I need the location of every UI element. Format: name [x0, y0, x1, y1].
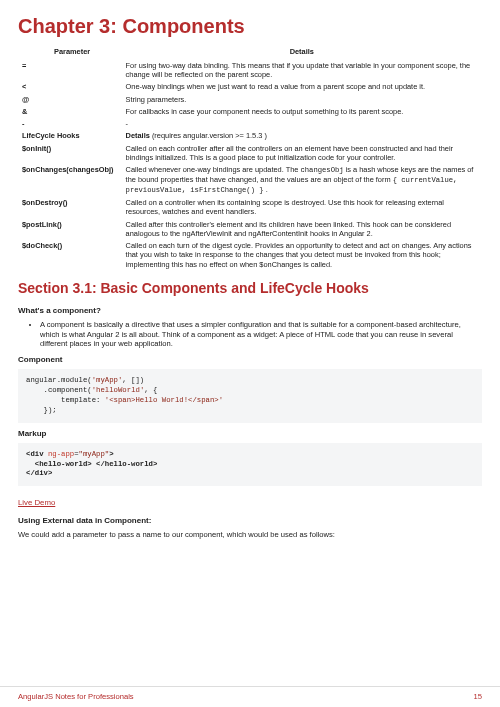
- code-fn: module: [61, 376, 87, 384]
- page-footer: AngularJS Notes for Professionals 15: [0, 686, 500, 707]
- param-detail: For callbacks in case your component nee…: [122, 105, 482, 117]
- subheading-external-data: Using External data in Component:: [18, 516, 482, 526]
- footer-page-number: 15: [474, 692, 482, 701]
- param-detail: One-way bindings when we just want to re…: [122, 81, 482, 93]
- code-tag: <hello-world> </hello-world>: [26, 460, 157, 468]
- code-text: .: [26, 386, 48, 394]
- param-detail: Called on each controller after all the …: [122, 142, 482, 164]
- param-detail: Called after this controller's element a…: [122, 218, 482, 240]
- param-name: @: [18, 93, 122, 105]
- code-attr: ng-app: [48, 450, 74, 458]
- code-str: "myApp": [79, 450, 110, 458]
- code-tag: <div: [26, 450, 48, 458]
- param-name: &: [18, 105, 122, 117]
- param-name: <: [18, 81, 122, 93]
- param-name: $doCheck(): [18, 240, 122, 271]
- param-detail: For using two-way data binding. This mea…: [122, 59, 482, 81]
- param-name: $onInit(): [18, 142, 122, 164]
- section-title: Section 3.1: Basic Components and LifeCy…: [18, 280, 482, 298]
- param-detail: Called on a controller when its containi…: [122, 197, 482, 219]
- detail-text: .: [264, 185, 268, 194]
- detail-code: changesObj: [300, 166, 343, 174]
- th-details: Details: [122, 45, 482, 59]
- code-tag: </div>: [26, 469, 52, 477]
- th-parameter: Parameter: [18, 45, 122, 59]
- param-detail: Details (requires angular.version >= 1.5…: [122, 130, 482, 142]
- code-fn: component: [48, 386, 87, 394]
- param-detail: -: [122, 118, 482, 130]
- code-block-component: angular.module('myApp', []) .component('…: [18, 369, 482, 422]
- param-name: LifeCycle Hooks: [18, 130, 122, 142]
- subheading-whats-a-component: What's a component?: [18, 306, 482, 316]
- chapter-title: Chapter 3: Components: [18, 14, 482, 39]
- bullet-list: A component is basically a directive tha…: [18, 320, 482, 350]
- live-demo-link[interactable]: Live Demo: [18, 498, 55, 507]
- subheading-component: Component: [18, 355, 482, 365]
- param-name: $postLink(): [18, 218, 122, 240]
- param-detail: String parameters.: [122, 93, 482, 105]
- footer-left: AngularJS Notes for Professionals: [18, 692, 134, 701]
- code-text: template:: [26, 396, 100, 404]
- parameters-table: Parameter Details =For using two-way dat…: [18, 45, 482, 270]
- code-tag: >: [109, 450, 113, 458]
- param-name: -: [18, 118, 122, 130]
- param-detail: Called on each turn of the digest cycle.…: [122, 240, 482, 271]
- code-text: , []): [122, 376, 144, 384]
- param-name: =: [18, 59, 122, 81]
- param-name: $onChanges(changesObj): [18, 164, 122, 197]
- code-str: '<span>Hello World!</span>': [100, 396, 223, 404]
- param-name: $onDestroy(): [18, 197, 122, 219]
- subheading-markup: Markup: [18, 429, 482, 439]
- detail-text: (requires angular.version >= 1.5.3 ): [152, 131, 267, 140]
- param-detail: Called whenever one-way bindings are upd…: [122, 164, 482, 197]
- code-text: , {: [144, 386, 157, 394]
- detail-text: Called whenever one-way bindings are upd…: [126, 165, 301, 174]
- code-str: 'myApp': [92, 376, 123, 384]
- code-text: });: [26, 406, 57, 414]
- bullet-item: A component is basically a directive tha…: [40, 320, 482, 350]
- code-block-markup: <div ng-app="myApp"> <hello-world> </hel…: [18, 443, 482, 487]
- code-text: angular.: [26, 376, 61, 384]
- detail-bold: Details: [126, 131, 152, 140]
- code-str: 'helloWorld': [92, 386, 145, 394]
- body-text: We could add a parameter to pass a name …: [18, 530, 482, 539]
